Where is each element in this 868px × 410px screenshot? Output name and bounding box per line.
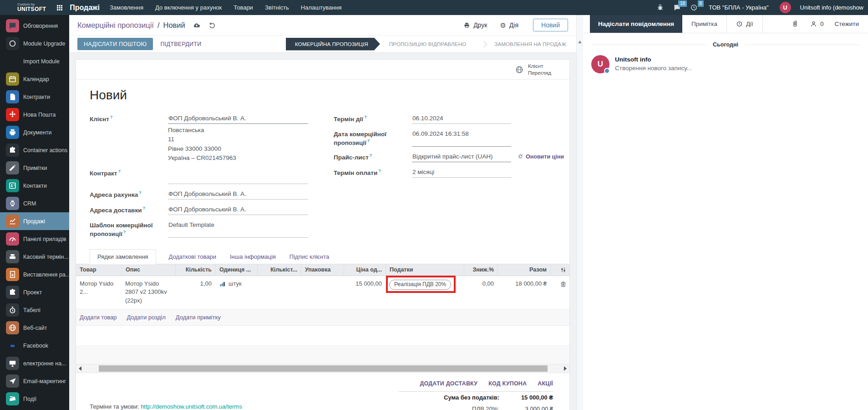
sidebar-item[interactable]: Календар [0,70,69,88]
pricelist-field[interactable]: Відкритий прайс-лист (UAH) [412,152,511,162]
current-app-name[interactable]: Продажі [70,4,100,12]
cell-unit-price[interactable]: 15 000,00 [344,276,386,309]
cell-taxes[interactable]: Реалізація ПДВ 20% [386,276,464,309]
top-menu-item[interactable]: Товари [233,4,253,11]
footer-action-button[interactable]: КОД КУПОНА [488,380,527,387]
sidebar-item[interactable]: Події [0,390,69,408]
scroll-right-button[interactable] [561,364,569,373]
follow-button[interactable]: Стежити [835,20,859,27]
unitsoft-logo[interactable]: Custom by UNITSOFT [5,3,46,12]
cell-discount[interactable]: 0,00 [464,276,497,309]
tax-tag[interactable]: Реалізація ПДВ 20% [389,280,451,290]
delete-line-icon[interactable] [560,281,567,287]
activities-clock-icon[interactable]: 8 [690,4,698,11]
confirm-button[interactable]: ПІДТВЕРДИТИ [153,41,208,47]
top-menu-item[interactable]: Замовлення [110,4,143,11]
debug-bug-icon[interactable] [656,4,664,11]
sidebar-item[interactable]: Обговорення [0,17,69,35]
messages-icon[interactable]: 18 [673,4,681,11]
sidebar-item[interactable]: Email-маркетинг [0,372,69,390]
cell-packaging[interactable] [301,276,344,309]
top-menu-item[interactable]: До включення у рахунок [155,4,222,11]
activities-tab[interactable]: Дії [727,15,763,33]
col-total[interactable]: Разом [497,264,550,276]
action-button[interactable]: ⚙ Дія [500,21,518,29]
forecast-chart-icon[interactable] [219,281,226,287]
sidebar-item[interactable]: електронне на... [0,354,69,372]
col-uom[interactable]: Одиниця ... [215,264,257,276]
cell-qty[interactable]: 1,00 [175,276,215,309]
horizontal-scrollbar[interactable] [76,364,569,373]
sidebar-item[interactable]: Module Upgrade [0,35,69,52]
sidebar-item[interactable]: Import Module [0,52,69,70]
cell-description[interactable]: Мотор Ysido 2807 v2 1300kv (22px) [122,276,175,309]
sidebar-item[interactable]: Контакти [0,177,69,195]
followers-button[interactable]: 0 [810,20,824,28]
delivery-address-field[interactable]: ФОП Добровольський В. А. [168,205,308,215]
user-avatar[interactable]: U [780,2,791,13]
col-description[interactable]: Опис [122,264,175,276]
vertical-scrollbar[interactable] [576,15,583,410]
notebook-tab[interactable]: Інша інформація [229,250,277,264]
sidebar-item[interactable]: Нова Пошта [0,106,69,123]
sidebar-item[interactable]: Примітки [0,159,69,177]
optional-columns-icon[interactable] [560,266,567,273]
apps-grid-icon[interactable] [56,4,63,11]
send-message-button[interactable]: Надіслати повідомлення [590,15,682,33]
save-cloud-icon[interactable] [193,21,201,29]
sidebar-item[interactable]: Проект [0,283,69,301]
cell-product[interactable]: Мотор Ysido 2... [76,276,122,309]
sidebar-item[interactable]: Продажі [0,212,69,230]
add-line-link[interactable]: Додати розділ [127,314,166,321]
footer-action-button[interactable]: АКЦІЇ [538,380,553,387]
col-discount[interactable]: Зниж.% [464,264,497,276]
scroll-left-button[interactable] [76,364,84,373]
sidebar-item[interactable]: Панелі приладів [0,230,69,248]
cell-uom[interactable]: штук [215,276,257,309]
quotation-date-field[interactable]: 06.09.2024 16:31:58 [412,129,511,147]
col-packaging[interactable]: Упаковка [301,264,344,276]
col-product[interactable]: Товар [76,264,122,276]
status-step[interactable]: КОМЕРЦІЙНА ПРОПОЗИЦІЯ [286,38,380,51]
scroll-up-button[interactable] [578,41,582,43]
terms-link[interactable]: http://demoshow.unitsoft.com.ua/terms [141,403,242,410]
discard-undo-icon[interactable] [208,21,216,29]
payment-terms-field[interactable]: 2 місяці [412,167,511,178]
attachment-paperclip-icon[interactable] [791,20,799,28]
customer-preview-button[interactable]: Клієнт Перегляд [515,63,551,76]
sidebar-item[interactable]: Контракти [0,88,69,106]
scrollbar-thumb[interactable] [99,365,548,372]
sidebar-item[interactable]: Табелі [0,301,69,319]
top-menu-item[interactable]: Звітність [265,4,289,11]
breadcrumb-parent-link[interactable]: Комерційні пропозиції [77,21,154,30]
notebook-tab[interactable]: Підпис клієнта [289,250,330,264]
top-menu-item[interactable]: Налаштування [301,4,342,11]
sidebar-item[interactable]: Container actions [0,141,69,159]
sidebar-item[interactable] [0,408,69,410]
quote-template-field[interactable]: Default Template [168,220,308,238]
contract-field[interactable] [168,174,308,184]
user-menu[interactable]: Unitsoft info (demoshow [800,4,863,11]
company-switcher[interactable]: ТОВ "БПЛА - Україна" [709,4,768,11]
col-pack-qty[interactable]: Кількіст... [257,264,301,276]
col-taxes[interactable]: Податки [386,264,464,276]
invoice-address-field[interactable]: ФОП Добровольський В. А. [168,189,308,200]
notebook-tab[interactable]: Додаткові товари [168,250,217,264]
add-line-link[interactable]: Додати примітку [176,314,221,321]
sidebar-item[interactable]: Касовий термін... [0,248,69,266]
send-by-mail-button[interactable]: НАДІСЛАТИ ПОШТОЮ [77,38,153,50]
print-button[interactable]: Друк [463,21,487,29]
notebook-tab[interactable]: Рядки замовлення [90,249,156,264]
sidebar-item[interactable]: ∞ Facebook [0,337,69,354]
col-qty[interactable]: Кількість [175,264,215,276]
sidebar-item[interactable]: Документи [0,123,69,141]
add-line-link[interactable]: Додати товар [80,314,117,321]
message-author[interactable]: Unitsoft info [615,55,692,63]
sidebar-item[interactable]: Веб-сайт [0,319,69,337]
cell-pack-qty[interactable] [257,276,301,309]
sidebar-item[interactable]: CRM [0,195,69,212]
new-button[interactable]: Новий [533,19,568,31]
validity-field[interactable]: 06.10.2024 [412,113,511,124]
col-unit-price[interactable]: Ціна од... [344,264,386,276]
sidebar-item[interactable]: $ Виставлення ра... [0,266,69,283]
